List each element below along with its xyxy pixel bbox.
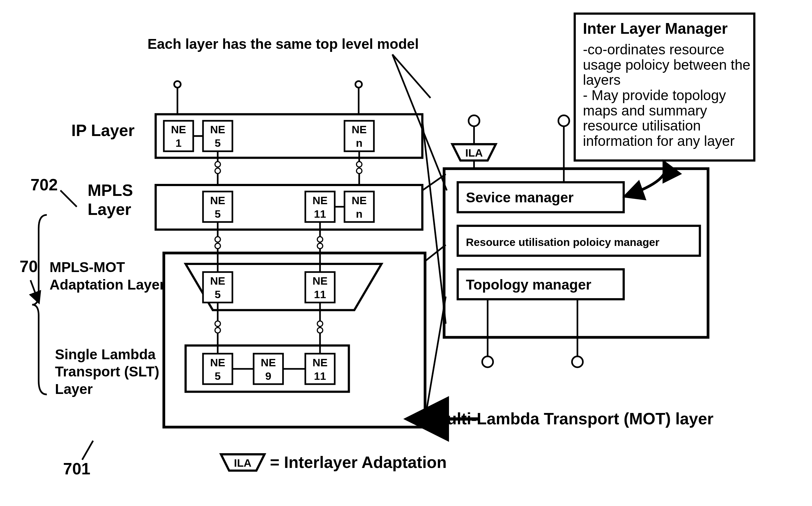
svg-text:ILA: ILA bbox=[465, 147, 483, 159]
svg-line-4 bbox=[82, 441, 93, 459]
ilm-b3: layers bbox=[583, 72, 621, 88]
ip-layer-label: IP Layer bbox=[71, 121, 135, 140]
brace bbox=[32, 215, 47, 395]
svg-point-39 bbox=[317, 237, 323, 242]
ref-702: 702 bbox=[30, 176, 58, 194]
ne-adapt-11: NE 11 bbox=[305, 272, 335, 303]
ilm-b4: - May provide topology bbox=[583, 87, 726, 103]
ne-mpls-n: NE n bbox=[344, 192, 374, 222]
mot-label: Multi-Lambda Transport (MOT) layer bbox=[433, 410, 714, 428]
svg-point-74 bbox=[572, 356, 583, 367]
svg-text:NE: NE bbox=[210, 194, 225, 206]
mpls-layer-label-2: Layer bbox=[88, 200, 131, 218]
svg-point-37 bbox=[215, 243, 221, 249]
connector-4 bbox=[425, 297, 445, 419]
svg-text:NE: NE bbox=[261, 356, 276, 369]
svg-point-48 bbox=[215, 321, 221, 327]
svg-point-23 bbox=[356, 162, 362, 167]
svg-text:= Interlayer Adaptation: = Interlayer Adaptation bbox=[270, 453, 447, 471]
slt-label-2: Transport (SLT) bbox=[55, 363, 159, 380]
svg-line-2 bbox=[61, 190, 77, 206]
svg-text:11: 11 bbox=[314, 288, 326, 301]
svg-text:5: 5 bbox=[215, 288, 221, 301]
svg-point-52 bbox=[317, 328, 323, 333]
ne-ip-5: NE 5 bbox=[203, 121, 233, 151]
svg-point-40 bbox=[317, 243, 323, 249]
svg-point-70 bbox=[558, 115, 569, 126]
slt-label-1: Single Lambda bbox=[55, 346, 156, 362]
svg-point-36 bbox=[215, 237, 221, 242]
resource-manager-label: Resource utilisation poloicy manager bbox=[466, 236, 659, 248]
ila-top-icon: ILA bbox=[453, 115, 496, 169]
svg-text:1: 1 bbox=[175, 137, 181, 149]
svg-text:NE: NE bbox=[171, 123, 186, 136]
topology-manager-label: Topology manager bbox=[466, 277, 591, 292]
ne-adapt-5: NE 5 bbox=[203, 272, 233, 303]
connector-2 bbox=[422, 174, 445, 190]
svg-point-72 bbox=[482, 356, 493, 367]
svg-text:n: n bbox=[356, 137, 363, 149]
svg-line-0 bbox=[393, 54, 430, 98]
ilm-title: Inter Layer Manager bbox=[583, 20, 728, 37]
svg-text:5: 5 bbox=[215, 208, 221, 220]
ref-70: 70 bbox=[20, 257, 38, 275]
svg-text:9: 9 bbox=[265, 370, 271, 382]
svg-text:n: n bbox=[356, 208, 363, 220]
ilm-b7: information for any layer bbox=[583, 133, 735, 149]
svg-text:NE: NE bbox=[210, 123, 225, 136]
ne-slt-9: NE 9 bbox=[254, 354, 283, 384]
adapt-label-1: MPLS-MOT bbox=[50, 259, 125, 275]
svg-point-24 bbox=[356, 168, 362, 174]
svg-text:11: 11 bbox=[314, 208, 326, 220]
ne-ip-n: NE n bbox=[344, 121, 374, 151]
svg-text:11: 11 bbox=[314, 370, 326, 382]
svg-point-49 bbox=[215, 328, 221, 333]
mpls-layer-label-1: MPLS bbox=[88, 181, 133, 199]
ilm-b2: usage poloicy between the bbox=[583, 57, 750, 73]
svg-point-51 bbox=[317, 321, 323, 327]
svg-point-21 bbox=[215, 168, 221, 174]
svg-text:NE: NE bbox=[312, 356, 327, 369]
ne-mpls-5: NE 5 bbox=[203, 192, 233, 222]
ilm-b1: -co-ordinates resource bbox=[583, 41, 724, 58]
svg-text:NE: NE bbox=[210, 275, 225, 287]
ilm-b6: resource utilisation bbox=[583, 117, 701, 134]
svg-text:NE: NE bbox=[312, 275, 327, 287]
ne-ip-1: NE 1 bbox=[164, 121, 193, 151]
svg-text:NE: NE bbox=[210, 356, 225, 369]
svg-point-20 bbox=[215, 162, 221, 167]
svg-text:NE: NE bbox=[352, 123, 367, 136]
ila-legend: ILA = Interlayer Adaptation bbox=[221, 453, 447, 471]
svg-point-6 bbox=[174, 81, 181, 87]
ilm-b5: maps and summary bbox=[583, 102, 707, 118]
svg-point-67 bbox=[469, 115, 479, 126]
ne-mpls-11: NE 11 bbox=[305, 192, 335, 222]
svg-text:ILA: ILA bbox=[234, 457, 251, 469]
svg-text:NE: NE bbox=[312, 194, 327, 206]
ne-slt-5: NE 5 bbox=[203, 354, 233, 384]
annotation-top: Each layer has the same top level model bbox=[147, 36, 419, 52]
diagram-root: Each layer has the same top level model … bbox=[0, 0, 812, 506]
mpls-layer-box bbox=[156, 185, 422, 229]
svg-text:5: 5 bbox=[215, 370, 221, 382]
ne-slt-11: NE 11 bbox=[305, 354, 335, 384]
svg-point-8 bbox=[355, 81, 362, 87]
adapt-label-2: Adaptation Layer bbox=[50, 277, 165, 292]
svg-text:NE: NE bbox=[352, 194, 367, 206]
service-manager-label: Sevice manager bbox=[466, 189, 574, 205]
ref-701: 701 bbox=[63, 459, 91, 478]
svg-line-1 bbox=[393, 54, 447, 190]
connector-3 bbox=[425, 245, 445, 261]
slt-label-3: Layer bbox=[55, 381, 93, 397]
svg-text:5: 5 bbox=[215, 137, 221, 149]
